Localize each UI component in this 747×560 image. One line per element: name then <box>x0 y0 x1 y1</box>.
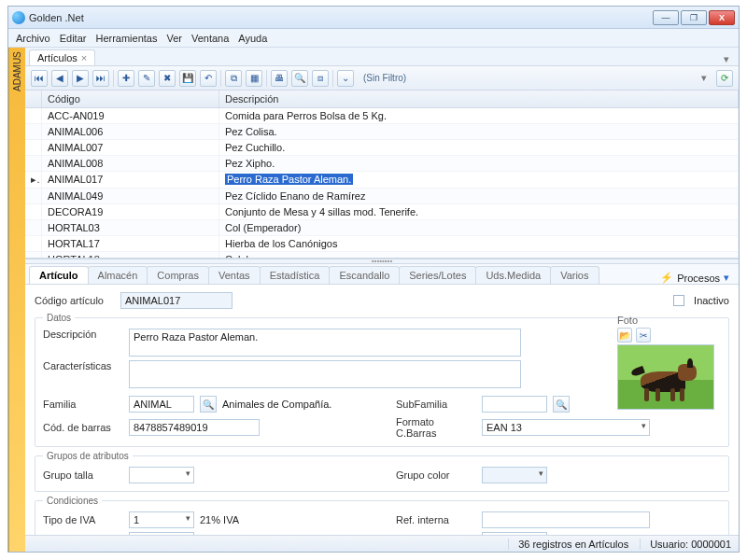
tab-uds[interactable]: Uds.Medida <box>475 266 551 284</box>
print-icon[interactable]: 🖶 <box>271 70 288 87</box>
tab-estadistica[interactable]: Estadística <box>260 266 331 284</box>
tab-ventas[interactable]: Ventas <box>208 266 261 284</box>
table-row[interactable]: HORTAL03Col (Emperador) <box>25 220 739 236</box>
close-tab-icon[interactable]: × <box>81 52 87 63</box>
inactivo-checkbox[interactable] <box>673 295 684 306</box>
form-panel: Código artículo ANIMAL017 Inactivo Datos… <box>25 285 739 535</box>
codbarras-field[interactable]: 8478857489019 <box>129 419 260 436</box>
grupo-talla-select[interactable] <box>129 467 194 483</box>
lbl-desc: Descripción <box>43 329 123 340</box>
nav-next-icon[interactable]: ▶ <box>72 70 89 87</box>
table-row[interactable]: ANIMAL006Pez Colisa. <box>25 124 739 140</box>
delete-icon[interactable]: ✖ <box>159 70 176 87</box>
copy-icon[interactable]: ⧉ <box>225 70 242 87</box>
menu-herramientas[interactable]: Herramientas <box>95 33 157 44</box>
menu-archivo[interactable]: Archivo <box>16 33 50 44</box>
new-icon[interactable]: ✚ <box>118 70 134 87</box>
table-row[interactable]: DECORA19Conjunto de Mesa y 4 sillas mod.… <box>25 204 739 220</box>
tab-escandallo[interactable]: Escandallo <box>329 266 400 284</box>
lbl-grupo-talla: Grupo talla <box>43 469 123 481</box>
familia-text: Animales de Compañía. <box>222 399 331 410</box>
legend-grupos: Grupos de atributos <box>43 451 133 461</box>
gr-com-select[interactable]: 04 <box>482 532 547 535</box>
titlebar: Golden .Net — ❐ X <box>8 7 739 29</box>
statusbar: 36 registros en Artículos Usuario: 00000… <box>25 535 739 552</box>
tab-label: Artículos <box>37 52 78 63</box>
gr-desc-select[interactable]: 01 <box>129 532 194 535</box>
table-row[interactable]: HORTAL17Hierba de los Canónigos <box>25 236 739 252</box>
legend-cond: Condiciones <box>43 496 102 506</box>
photo-open-icon[interactable]: 📂 <box>617 328 632 343</box>
nav-last-icon[interactable]: ⏭ <box>92 70 109 87</box>
app-icon <box>12 11 25 24</box>
col-header-code[interactable]: Código <box>42 91 219 107</box>
table-row[interactable]: ACC-AN019Comida para Perros Bolsa de 5 K… <box>25 108 739 124</box>
tab-varios[interactable]: Varios <box>550 266 599 284</box>
lbl-inactivo: Inactivo <box>694 295 729 306</box>
sidebar-handle[interactable]: ADAMUS <box>8 48 25 552</box>
subfamilia-lookup-icon[interactable]: 🔍 <box>553 396 570 413</box>
edit-icon[interactable]: ✎ <box>138 70 155 87</box>
col-header-desc[interactable]: Descripción <box>219 91 739 107</box>
lbl-ref-int: Ref. interna <box>396 514 476 525</box>
undo-icon[interactable]: ↶ <box>200 70 217 87</box>
tab-compras[interactable]: Compras <box>147 266 209 284</box>
table-row[interactable]: ANIMAL049Pez Cíclido Enano de Ramírez <box>25 189 739 204</box>
photo-image[interactable] <box>617 344 714 410</box>
grupo-color-select[interactable] <box>482 467 547 483</box>
toolbar: ⏮ ◀ ▶ ⏭ ✚ ✎ ✖ 💾 ↶ ⧉ ▦ 🖶 🔍 ⧈ ⌄ (Sin Filtr… <box>25 66 739 91</box>
lbl-subfamilia: SubFamilia <box>396 399 476 410</box>
document-tabs: Artículos × ▾ <box>25 48 739 66</box>
desc-field[interactable]: Perro Raza Pastor Aleman. <box>129 329 521 357</box>
menu-ventana[interactable]: Ventana <box>191 33 229 44</box>
save-icon[interactable]: 💾 <box>179 70 196 87</box>
toolbar-menu-icon[interactable]: ▾ <box>696 72 712 84</box>
carac-field[interactable] <box>129 360 521 388</box>
menu-ver[interactable]: Ver <box>166 33 182 44</box>
formato-select[interactable]: EAN 13 <box>482 419 650 436</box>
layout-icon[interactable]: ⧈ <box>312 70 329 87</box>
lbl-formato: Formato C.Barras <box>396 416 476 439</box>
data-grid[interactable]: Código Descripción ACC-AN019Comida para … <box>25 91 739 259</box>
photo-cut-icon[interactable]: ✂ <box>636 328 651 343</box>
table-row[interactable]: ANIMAL007Pez Cuchillo. <box>25 140 739 156</box>
refresh-icon[interactable]: ⟳ <box>716 70 733 87</box>
tabs-menu-icon[interactable]: ▾ <box>718 53 735 65</box>
maximize-button[interactable]: ❐ <box>681 10 707 25</box>
legend-datos: Datos <box>43 313 75 323</box>
tab-articulos[interactable]: Artículos × <box>29 49 95 65</box>
close-button[interactable]: X <box>709 10 735 25</box>
lbl-grupo-color: Grupo color <box>396 469 476 481</box>
ref-int-field[interactable] <box>482 511 650 528</box>
filter-label[interactable]: (Sin Filtro) <box>358 70 412 87</box>
lbl-codigo: Código artículo <box>35 295 115 306</box>
tipo-iva-select[interactable]: 1 <box>129 511 194 528</box>
tab-series[interactable]: Series/Lotes <box>399 266 476 284</box>
menu-editar[interactable]: Editar <box>60 33 87 44</box>
nav-first-icon[interactable]: ⏮ <box>31 70 48 87</box>
lbl-tipo-iva: Tipo de IVA <box>43 514 123 525</box>
lbl-familia: Familia <box>43 399 123 410</box>
search-icon[interactable]: 🔍 <box>291 70 308 87</box>
menubar: Archivo Editar Herramientas Ver Ventana … <box>8 29 739 48</box>
procesos-button[interactable]: ⚡ Procesos ▾ <box>655 272 735 284</box>
detail-tabs: Artículo Almacén Compras Ventas Estadíst… <box>25 264 739 285</box>
lbl-codbarras: Cód. de barras <box>43 422 123 433</box>
familia-field[interactable]: ANIMAL <box>129 396 194 413</box>
menu-ayuda[interactable]: Ayuda <box>238 33 267 44</box>
lbl-foto: Foto <box>617 315 720 326</box>
codigo-field[interactable]: ANIMAL017 <box>120 292 233 309</box>
grid-icon[interactable]: ▦ <box>246 70 262 87</box>
table-row[interactable]: ANIMAL008Pez Xipho. <box>25 156 739 172</box>
tab-articulo[interactable]: Artículo <box>29 266 89 284</box>
familia-lookup-icon[interactable]: 🔍 <box>200 396 217 413</box>
status-count: 36 registros en Artículos <box>508 539 628 550</box>
filter-icon[interactable]: ⌄ <box>337 70 354 87</box>
minimize-button[interactable]: — <box>653 10 679 25</box>
window-title: Golden .Net <box>29 12 653 23</box>
nav-prev-icon[interactable]: ◀ <box>51 70 68 87</box>
status-user: Usuario: 0000001 <box>640 539 731 550</box>
table-row[interactable]: ▸ANIMAL017Perro Raza Pastor Aleman. <box>25 172 739 189</box>
tab-almacen[interactable]: Almacén <box>88 266 148 284</box>
subfamilia-field[interactable] <box>482 396 547 413</box>
